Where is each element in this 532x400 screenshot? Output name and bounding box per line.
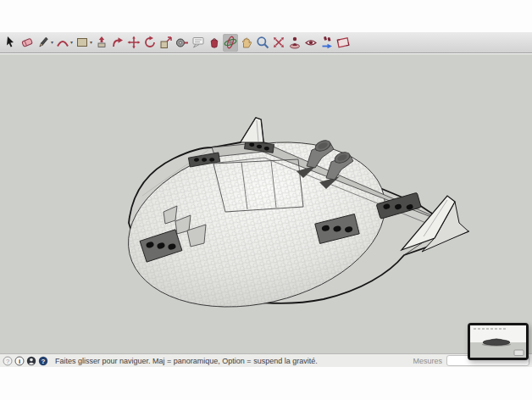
preview-window[interactable] (468, 323, 529, 360)
window-top-area (0, 0, 532, 32)
zoom-extents-icon (272, 36, 285, 49)
sketchup-window: ▾▾▾ (0, 0, 532, 400)
paint-bucket-tool[interactable] (207, 34, 222, 52)
select-icon (4, 36, 18, 49)
svg-text:?: ? (6, 357, 9, 364)
zoom-icon (256, 36, 269, 49)
viewport[interactable] (0, 54, 532, 353)
move-icon (127, 36, 141, 49)
follow-me-tool[interactable] (110, 34, 125, 52)
window-bottom-area (0, 367, 532, 400)
walk-icon (320, 36, 334, 49)
fin-top-left (241, 118, 263, 142)
follow-me-icon (111, 36, 125, 49)
text-label-icon (191, 36, 205, 49)
line-tool[interactable]: ▾ (36, 34, 54, 52)
look-around-icon (304, 36, 318, 49)
scale-tool[interactable] (158, 34, 174, 52)
geolocation-icon[interactable]: ? (3, 356, 13, 366)
account-icon[interactable] (26, 356, 36, 366)
paint-bucket-icon (208, 36, 221, 49)
preview-resize-button[interactable] (514, 350, 524, 356)
rectangle-icon (75, 36, 89, 49)
push-pull-icon (95, 36, 108, 49)
attribution-icon[interactable]: i (14, 356, 25, 366)
statusbar: ?i? Faites glisser pour naviguer. Maj = … (0, 353, 532, 367)
preview-scene (470, 325, 526, 358)
svg-text:?: ? (42, 357, 46, 364)
move-tool[interactable] (126, 34, 141, 52)
help-icon[interactable]: ? (38, 356, 48, 366)
arc-tool[interactable]: ▾ (55, 34, 74, 52)
push-pull-tool[interactable] (94, 34, 109, 52)
svg-text:i: i (19, 357, 20, 364)
zoom-tool[interactable] (255, 34, 270, 52)
saucer-model-drawing (0, 54, 532, 353)
text-tool[interactable] (191, 34, 206, 52)
scale-icon (159, 36, 173, 49)
position-camera-tool[interactable] (287, 34, 302, 52)
shapes-tool[interactable]: ▾ (75, 34, 93, 52)
statusbar-hint: Faites glisser pour naviguer. Maj = pano… (55, 357, 318, 365)
eraser-icon (20, 36, 34, 49)
measurements-label: Mesures (413, 357, 442, 365)
flyout-caret-icon[interactable]: ▾ (51, 40, 53, 45)
section-plane-tool[interactable] (335, 34, 351, 52)
zoom-extents-tool[interactable] (271, 34, 286, 52)
section-plane-icon (336, 36, 350, 49)
toolbar: ▾▾▾ (0, 32, 532, 53)
flyout-caret-icon[interactable]: ▾ (70, 40, 73, 45)
flyout-caret-icon[interactable]: ▾ (90, 40, 92, 45)
look-around-tool[interactable] (303, 34, 319, 52)
rotate-tool[interactable] (142, 34, 158, 52)
arc-icon (56, 36, 69, 49)
select-tool[interactable] (3, 34, 19, 52)
walk-tool[interactable] (319, 34, 335, 52)
orbit-icon (224, 36, 237, 49)
eraser-tool[interactable] (19, 34, 35, 52)
position-camera-icon (288, 36, 302, 49)
tape-measure-icon (175, 36, 189, 49)
pencil-icon (36, 36, 50, 49)
rotate-icon (143, 36, 157, 49)
pan-hand-icon (240, 36, 253, 49)
tape-measure-tool[interactable] (175, 34, 190, 52)
orbit-tool[interactable] (223, 34, 238, 52)
pan-tool[interactable] (239, 34, 254, 52)
